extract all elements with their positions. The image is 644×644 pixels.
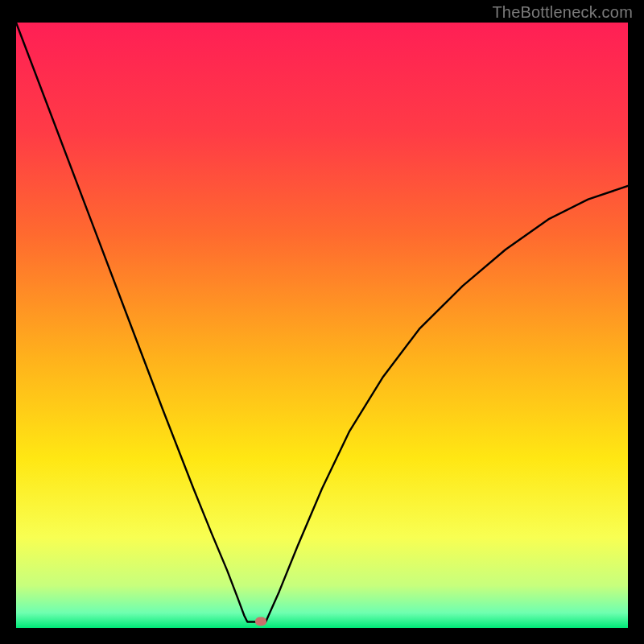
watermark-text: TheBottleneck.com bbox=[492, 3, 633, 22]
chart-frame: TheBottleneck.com bbox=[0, 0, 644, 644]
bottleneck-curve bbox=[16, 23, 628, 628]
minimum-marker bbox=[255, 617, 266, 626]
plot-area bbox=[16, 23, 628, 628]
